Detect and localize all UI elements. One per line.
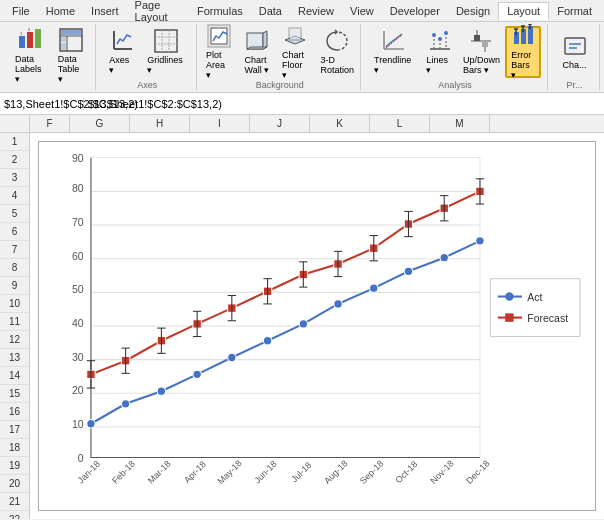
- svg-point-35: [444, 31, 448, 35]
- menu-file[interactable]: File: [4, 3, 38, 19]
- analysis-group-label: Analysis: [438, 78, 472, 90]
- svg-rect-11: [61, 43, 66, 50]
- row-3: 3: [0, 169, 29, 187]
- menu-design[interactable]: Design: [448, 3, 498, 19]
- axes-button[interactable]: Axes ▾: [104, 26, 140, 78]
- up-down-bars-label: Up/DownBars ▾: [463, 55, 500, 75]
- formula-bar: $13,Sheet1!$C$2:$C$13,2) $13,Sheet1!$C$2…: [0, 93, 604, 115]
- chart-wall-label: ChartWall ▾: [245, 55, 270, 75]
- svg-point-88: [87, 420, 95, 428]
- chart-container[interactable]: 0 10 20 30 40 50 60 70 80 90 Jan-18 Feb-…: [38, 141, 596, 511]
- 3d-rotation-button[interactable]: 3-DRotation: [316, 26, 358, 78]
- row-15: 15: [0, 385, 29, 403]
- name-box[interactable]: $13,Sheet1!$C$2:$C$13,2): [4, 98, 84, 110]
- row-2: 2: [0, 151, 29, 169]
- chart-floor-button[interactable]: ChartFloor ▾: [277, 26, 314, 78]
- background-group-label: Background: [256, 78, 304, 90]
- row-6: 6: [0, 223, 29, 241]
- svg-point-95: [334, 300, 342, 308]
- svg-text:2: 2: [28, 28, 31, 32]
- plot-area-icon: [207, 24, 231, 48]
- data-labels-icon: 1 2 3: [18, 28, 42, 52]
- row-19: 19: [0, 457, 29, 475]
- row-16: 16: [0, 403, 29, 421]
- menu-formulas[interactable]: Formulas: [189, 3, 251, 19]
- row-10: 10: [0, 295, 29, 313]
- svg-text:80: 80: [72, 182, 84, 194]
- data-table-button[interactable]: DataTable ▾: [53, 30, 89, 82]
- svg-rect-1: [27, 32, 33, 48]
- chart-wall-button[interactable]: ChartWall ▾: [239, 26, 275, 78]
- up-down-bars-button[interactable]: Up/DownBars ▾: [460, 26, 504, 78]
- row-7: 7: [0, 241, 29, 259]
- row-13: 13: [0, 349, 29, 367]
- chart-wall-icon: [245, 29, 269, 53]
- formula-text: $13,Sheet1!$C$2:$C$13,2): [88, 98, 222, 110]
- plot-area-label: PlotArea ▾: [206, 50, 232, 80]
- svg-text:0: 0: [78, 452, 84, 464]
- column-headers: F G H I J K L M: [0, 115, 604, 133]
- axes-buttons: Axes ▾ Gridlines ▾: [104, 26, 190, 78]
- row-11: 11: [0, 313, 29, 331]
- up-down-bars-icon: [469, 29, 493, 53]
- svg-text:20: 20: [72, 384, 84, 396]
- row-14: 14: [0, 367, 29, 385]
- lines-button[interactable]: Lines ▾: [421, 26, 457, 78]
- lines-label: Lines ▾: [426, 55, 452, 75]
- menu-layout[interactable]: Layout: [498, 2, 549, 20]
- ribbon-content: 1 2 3 DataLabels ▾: [0, 22, 604, 92]
- ribbon-group-background: PlotArea ▾ ChartWall ▾: [199, 24, 361, 90]
- svg-rect-25: [289, 28, 301, 40]
- svg-rect-148: [490, 279, 579, 337]
- svg-text:70: 70: [72, 216, 84, 228]
- row-5: 5: [0, 205, 29, 223]
- gridlines-icon: [154, 29, 178, 53]
- gridlines-button[interactable]: Gridlines ▾: [142, 26, 190, 78]
- ribbon-group-properties: Cha... Pr...: [550, 24, 600, 90]
- chart-floor-icon: [283, 24, 307, 48]
- svg-rect-153: [505, 313, 513, 321]
- col-header-h: H: [130, 115, 190, 132]
- row-20: 20: [0, 475, 29, 493]
- sheet-area: F G H I J K L M 1 2 3 4 5 6 7 8 9 10 11 …: [0, 115, 604, 519]
- svg-text:Forecast: Forecast: [527, 312, 568, 324]
- menu-developer[interactable]: Developer: [382, 3, 448, 19]
- row-22: 22: [0, 511, 29, 519]
- menu-data[interactable]: Data: [251, 3, 290, 19]
- menu-page-layout[interactable]: Page Layout: [127, 0, 189, 25]
- analysis-buttons: Trendline ▾ Lines ▾: [369, 26, 541, 78]
- svg-rect-2: [35, 29, 41, 48]
- chart-name-button[interactable]: Cha...: [557, 26, 593, 78]
- row-12: 12: [0, 331, 29, 349]
- svg-text:40: 40: [72, 317, 84, 329]
- svg-marker-22: [263, 31, 267, 49]
- svg-rect-50: [565, 38, 585, 54]
- svg-point-97: [404, 267, 412, 275]
- svg-rect-20: [211, 28, 227, 44]
- menu-review[interactable]: Review: [290, 3, 342, 19]
- error-bars-button[interactable]: ErrorBars ▾: [505, 26, 541, 78]
- data-table-icon: [59, 28, 83, 52]
- row-18: 18: [0, 439, 29, 457]
- 3d-rotation-label: 3-DRotation: [320, 55, 354, 75]
- menu-view[interactable]: View: [342, 3, 382, 19]
- svg-point-96: [370, 284, 378, 292]
- menu-insert[interactable]: Insert: [83, 3, 127, 19]
- svg-rect-14: [155, 30, 177, 52]
- row-21: 21: [0, 493, 29, 511]
- axes-label: Axes ▾: [109, 55, 135, 75]
- menu-format[interactable]: Format: [549, 3, 600, 19]
- trendline-label: Trendline ▾: [374, 55, 414, 75]
- row-num-header: [0, 115, 30, 132]
- row-1: 1: [0, 133, 29, 151]
- data-labels-button[interactable]: 1 2 3 DataLabels ▾: [10, 30, 51, 82]
- svg-marker-23: [247, 47, 267, 49]
- menu-home[interactable]: Home: [38, 3, 83, 19]
- trendline-button[interactable]: Trendline ▾: [369, 26, 419, 78]
- ribbon-group-axes: Axes ▾ Gridlines ▾ Axes: [98, 24, 197, 90]
- plot-area-button[interactable]: PlotArea ▾: [201, 26, 237, 78]
- current-selection-buttons: 1 2 3 DataLabels ▾: [10, 26, 89, 86]
- svg-point-98: [440, 253, 448, 261]
- ribbon-group-current-selection: 1 2 3 DataLabels ▾: [4, 24, 96, 90]
- properties-buttons: Cha...: [557, 26, 593, 78]
